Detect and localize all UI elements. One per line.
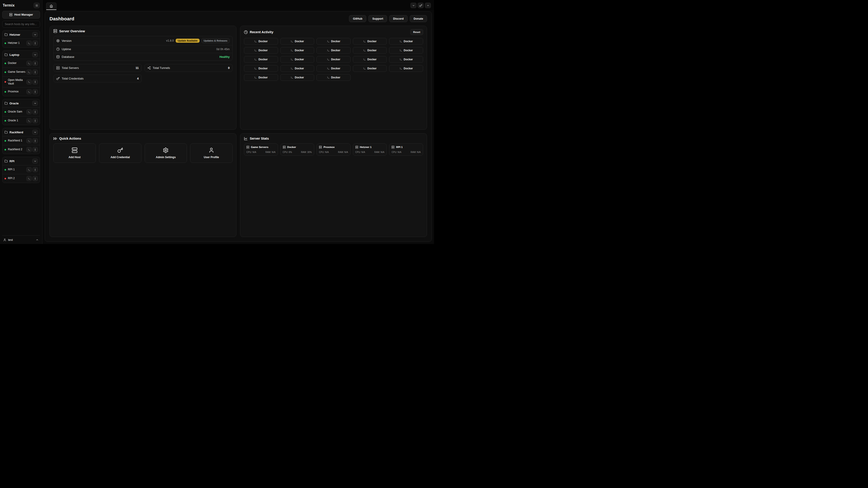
donate-button[interactable]: Donate — [410, 15, 427, 22]
host-menu-button[interactable] — [33, 176, 38, 181]
activity-item-button[interactable]: Docker — [244, 47, 278, 54]
card-title: Quick Actions — [59, 137, 81, 140]
activity-item-button[interactable]: Docker — [353, 65, 387, 72]
group-header[interactable]: RPI — [2, 157, 40, 165]
tab-home[interactable] — [46, 2, 57, 10]
group-collapse-button[interactable] — [32, 101, 38, 106]
activity-item-button[interactable]: Docker — [244, 38, 278, 45]
panel-up-button[interactable] — [425, 3, 431, 8]
add-credential-tile[interactable]: Add Credential — [99, 143, 142, 163]
panel-down-button[interactable] — [410, 3, 416, 8]
group-collapse-button[interactable] — [32, 32, 38, 37]
user-menu[interactable]: test — [3, 238, 13, 241]
host-menu-button[interactable] — [33, 147, 38, 152]
github-button[interactable]: GitHub — [349, 15, 366, 22]
activity-item-button[interactable]: Docker — [280, 47, 314, 54]
version-row: Version v1.8.0 Update Available Updates … — [54, 36, 232, 45]
terminal-icon — [327, 76, 330, 79]
activity-item-button[interactable]: Docker — [316, 56, 350, 63]
folder-icon — [4, 131, 8, 134]
reset-button[interactable]: Reset — [410, 29, 423, 35]
discord-button[interactable]: Discord — [389, 15, 408, 22]
host-menu-button[interactable] — [33, 41, 38, 46]
activity-item-button[interactable]: Docker — [316, 47, 350, 54]
host-row[interactable]: RackNerd 1 — [2, 136, 40, 145]
host-row[interactable]: Oracle Sam — [2, 107, 40, 116]
host-row[interactable]: Docker — [2, 59, 40, 68]
host-row[interactable]: RPI 1 — [2, 165, 40, 174]
activity-item-button[interactable]: Docker — [316, 65, 350, 72]
activity-item-button[interactable]: Docker — [280, 74, 314, 81]
host-menu-button[interactable] — [33, 79, 38, 85]
host-row[interactable]: Open Media Vault — [2, 76, 40, 87]
card-title: Server Overview — [59, 29, 85, 33]
user-menu-expand-button[interactable] — [35, 238, 39, 242]
host-menu-button[interactable] — [33, 138, 38, 143]
open-terminal-button[interactable] — [26, 167, 32, 172]
terminal-icon — [363, 58, 366, 61]
open-terminal-button[interactable] — [26, 89, 32, 94]
activity-item-button[interactable]: Docker — [280, 38, 314, 45]
ssh-key-button[interactable] — [418, 3, 424, 8]
host-name: RPI 2 — [8, 177, 15, 180]
host-manager-button[interactable]: Host Manager — [2, 11, 40, 19]
activity-item-button[interactable]: Docker — [244, 56, 278, 63]
server-overview-header: Server Overview — [53, 29, 232, 33]
database-row: Database Healthy — [54, 53, 232, 61]
activity-item-button[interactable]: Docker — [389, 47, 423, 54]
open-terminal-button[interactable] — [26, 79, 32, 85]
host-row[interactable]: Oracle 1 — [2, 116, 40, 125]
activity-item-button[interactable]: Docker — [389, 56, 423, 63]
group-header[interactable]: RackNerd — [2, 128, 40, 136]
group-collapse-button[interactable] — [32, 130, 38, 135]
host-menu-button[interactable] — [33, 70, 38, 74]
open-terminal-button[interactable] — [26, 61, 32, 66]
host-menu-button[interactable] — [33, 167, 38, 172]
activity-item-button[interactable]: Docker — [280, 65, 314, 72]
activity-item-button[interactable]: Docker — [316, 38, 350, 45]
open-terminal-button[interactable] — [26, 147, 32, 152]
host-row[interactable]: RackNerd 2 — [2, 145, 40, 154]
host-row[interactable]: Game Servers — [2, 68, 40, 76]
host-menu-button[interactable] — [33, 109, 38, 114]
updates-releases-button[interactable]: Updates & Releases — [202, 38, 230, 43]
activity-item-button[interactable]: Docker — [280, 56, 314, 63]
add-host-tile[interactable]: Add Host — [53, 143, 96, 163]
group-header[interactable]: Oracle — [2, 99, 40, 107]
server-stat-tile-proxmox: ProxmoxCPU: N/ARAM: N/A — [316, 143, 350, 156]
open-terminal-button[interactable] — [26, 109, 32, 114]
host-row[interactable]: Proxmox — [2, 87, 40, 96]
open-terminal-button[interactable] — [26, 118, 32, 123]
activity-item-button[interactable]: Docker — [316, 74, 350, 81]
cpu-value: CPU: N/A — [355, 151, 365, 153]
open-terminal-button[interactable] — [26, 70, 32, 74]
host-row[interactable]: RPI 2 — [2, 174, 40, 183]
user-profile-tile[interactable]: User Profile — [190, 143, 232, 163]
group-collapse-button[interactable] — [32, 52, 38, 57]
open-terminal-button[interactable] — [26, 176, 32, 181]
activity-item-button[interactable]: Docker — [244, 74, 278, 81]
activity-label: Docker — [295, 58, 304, 61]
status-dot — [4, 81, 6, 83]
server-name: Docker — [287, 146, 296, 149]
host-row[interactable]: Hetzner 1 — [2, 39, 40, 47]
host-menu-button[interactable] — [33, 61, 38, 66]
quick-actions-header: Quick Actions — [53, 137, 232, 140]
group-header[interactable]: Laptop — [2, 51, 40, 59]
open-terminal-button[interactable] — [26, 41, 32, 46]
activity-item-button[interactable]: Docker — [353, 47, 387, 54]
sidebar-menu-button[interactable] — [34, 3, 39, 8]
group-collapse-button[interactable] — [32, 159, 38, 164]
group-header[interactable]: Hetzner — [2, 31, 40, 39]
activity-item-button[interactable]: Docker — [389, 38, 423, 45]
activity-item-button[interactable]: Docker — [353, 56, 387, 63]
open-terminal-button[interactable] — [26, 138, 32, 143]
activity-item-button[interactable]: Docker — [353, 38, 387, 45]
host-menu-button[interactable] — [33, 89, 38, 94]
activity-item-button[interactable]: Docker — [244, 65, 278, 72]
admin-settings-tile[interactable]: Admin Settings — [145, 143, 187, 163]
support-button[interactable]: Support — [368, 15, 387, 22]
activity-item-button[interactable]: Docker — [389, 65, 423, 72]
host-menu-button[interactable] — [33, 118, 38, 123]
search-input[interactable] — [2, 21, 40, 28]
